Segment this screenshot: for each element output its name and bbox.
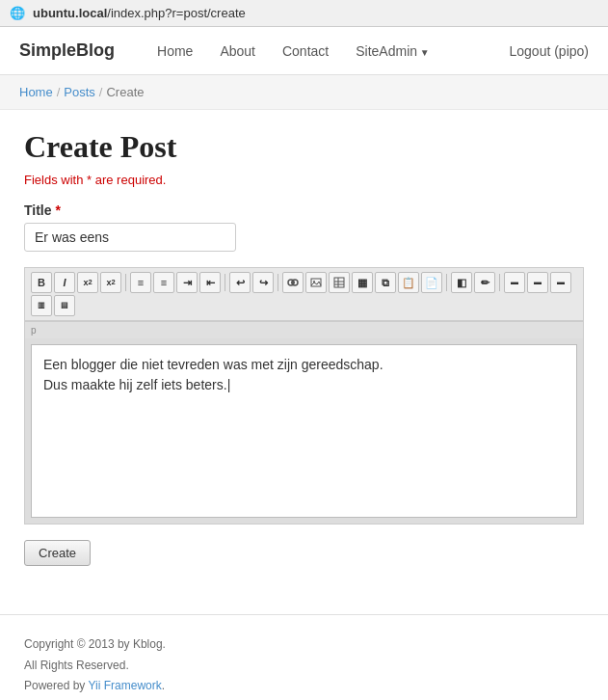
nav-siteadmin[interactable]: SiteAdmin [342, 29, 443, 73]
toolbar-ol[interactable]: ≡ [130, 272, 151, 293]
browser-bar: 🌐 ubuntu.local/index.php?r=post/create [0, 0, 608, 27]
page-title: Create Post [24, 129, 584, 165]
nav-contact[interactable]: Contact [269, 29, 342, 73]
required-note: Fields with * are required. [24, 173, 584, 187]
toolbar-subscript[interactable]: x2 [100, 272, 121, 293]
brand-link[interactable]: SimpleBlog [19, 40, 115, 61]
title-field-group: Title * [24, 202, 584, 252]
toolbar-col1[interactable]: ▬ [504, 272, 525, 293]
toolbar-pencil[interactable]: ✏ [474, 272, 495, 293]
toolbar-sep-2 [225, 274, 225, 291]
nav-logout[interactable]: Logout (pipo) [509, 29, 589, 73]
footer-yii-link[interactable]: Yii Framework [89, 679, 162, 692]
navbar: SimpleBlog Home About Contact SiteAdmin … [0, 27, 608, 75]
breadcrumb-current: Create [106, 85, 144, 99]
nav-about[interactable]: About [206, 29, 269, 73]
editor-body-wrapper: Een blogger die niet tevreden was met zi… [25, 338, 583, 524]
nav-menu: Home About Contact SiteAdmin [144, 29, 509, 73]
breadcrumb-home[interactable]: Home [19, 85, 53, 99]
create-post-form: Title * B I x2 x2 ≡ ≡ ⇥ ⇤ ↩ ↪ [24, 202, 584, 566]
create-button[interactable]: Create [24, 540, 91, 566]
breadcrumb-bar: Home / Posts / Create [0, 75, 608, 110]
toolbar-indent[interactable]: ⇥ [176, 272, 198, 293]
browser-url: ubuntu.local/index.php?r=post/create [33, 6, 246, 20]
main-content: Create Post Fields with * are required. … [0, 110, 608, 595]
toolbar-undo[interactable]: ↩ [229, 272, 251, 293]
toolbar-link[interactable] [282, 272, 304, 293]
footer: Copyright © 2013 by Kblog. All Rights Re… [0, 614, 608, 700]
editor-path-bar: p [25, 321, 583, 338]
editor-toolbar: B I x2 x2 ≡ ≡ ⇥ ⇤ ↩ ↪ [25, 268, 583, 321]
editor-line-1: Een blogger die niet tevreden was met zi… [43, 355, 565, 375]
toolbar-sep-5 [499, 274, 500, 291]
toolbar-outdent[interactable]: ⇤ [199, 272, 221, 293]
toolbar-paste-text[interactable]: 📄 [421, 272, 442, 293]
toolbar-table[interactable] [329, 272, 350, 293]
toolbar-image[interactable] [305, 272, 327, 293]
globe-icon: 🌐 [10, 6, 25, 20]
toolbar-col3[interactable]: ▬ [550, 272, 571, 293]
toolbar-col5[interactable]: ▤ [54, 295, 75, 316]
breadcrumb: Home / Posts / Create [19, 85, 589, 99]
svg-rect-5 [334, 278, 344, 287]
toolbar-sep-4 [446, 274, 447, 291]
title-label: Title * [24, 202, 584, 218]
toolbar-sep-1 [125, 274, 126, 291]
footer-line2: All Rights Reserved. [24, 656, 584, 677]
footer-line3: Powered by Yii Framework. [24, 676, 584, 697]
breadcrumb-sep-1: / [57, 85, 61, 99]
toolbar-redo[interactable]: ↪ [252, 272, 274, 293]
title-input[interactable] [24, 223, 236, 252]
toolbar-bold[interactable]: B [31, 272, 52, 293]
editor-line-2: Dus maakte hij zelf iets beters.| [43, 375, 565, 395]
toolbar-italic[interactable]: I [54, 272, 75, 293]
toolbar-superscript[interactable]: x2 [77, 272, 98, 293]
editor-container: B I x2 x2 ≡ ≡ ⇥ ⇤ ↩ ↪ [24, 267, 584, 525]
toolbar-paste[interactable]: 📋 [398, 272, 419, 293]
breadcrumb-posts[interactable]: Posts [64, 85, 95, 99]
toolbar-sep-3 [278, 274, 278, 291]
breadcrumb-sep-2: / [99, 85, 103, 99]
editor-body[interactable]: Een blogger die niet tevreden was met zi… [31, 344, 577, 518]
toolbar-col2[interactable]: ▬ [527, 272, 548, 293]
footer-line1: Copyright © 2013 by Kblog. [24, 634, 584, 656]
toolbar-col4[interactable]: ▥ [31, 295, 52, 316]
toolbar-cell[interactable]: ▦ [352, 272, 373, 293]
toolbar-ul[interactable]: ≡ [153, 272, 174, 293]
nav-home[interactable]: Home [144, 29, 206, 73]
toolbar-copy[interactable]: ⧉ [375, 272, 396, 293]
editor-path-text: p [31, 325, 37, 336]
toolbar-source[interactable]: ◧ [451, 272, 472, 293]
